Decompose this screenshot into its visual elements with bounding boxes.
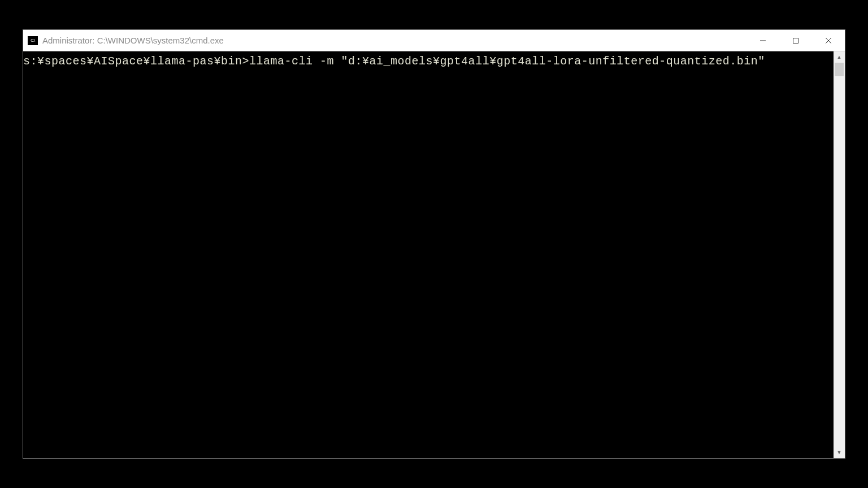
scroll-up-button[interactable]: ▲ [834, 51, 845, 63]
minimize-icon [760, 37, 766, 44]
letterbox: C:\ Administrator: C:\WINDOWS\system32\c… [0, 0, 868, 488]
titlebar[interactable]: C:\ Administrator: C:\WINDOWS\system32\c… [23, 30, 845, 51]
terminal-line: s:¥spaces¥AISpace¥llama-pas¥bin>llama-cl… [23, 55, 765, 68]
cmd-icon-text: C:\ [31, 38, 34, 42]
maximize-button[interactable] [779, 30, 812, 51]
close-icon [825, 37, 832, 44]
window-title: Administrator: C:\WINDOWS\system32\cmd.e… [42, 36, 747, 45]
terminal-output[interactable]: s:¥spaces¥AISpace¥llama-pas¥bin>llama-cl… [23, 51, 834, 458]
minimize-button[interactable] [747, 30, 779, 51]
scroll-down-button[interactable]: ▼ [834, 447, 845, 458]
scroll-track[interactable] [834, 63, 845, 447]
close-button[interactable] [812, 30, 845, 51]
svg-rect-1 [793, 38, 798, 43]
maximize-icon [792, 37, 799, 44]
client-area: s:¥spaces¥AISpace¥llama-pas¥bin>llama-cl… [23, 51, 845, 458]
chevron-up-icon: ▲ [837, 54, 842, 60]
cmd-window: C:\ Administrator: C:\WINDOWS\system32\c… [23, 29, 845, 459]
chevron-down-icon: ▼ [837, 450, 842, 455]
scroll-thumb[interactable] [835, 63, 844, 76]
vertical-scrollbar[interactable]: ▲ ▼ [834, 51, 845, 458]
window-controls [747, 30, 845, 51]
cmd-icon: C:\ [28, 36, 38, 45]
